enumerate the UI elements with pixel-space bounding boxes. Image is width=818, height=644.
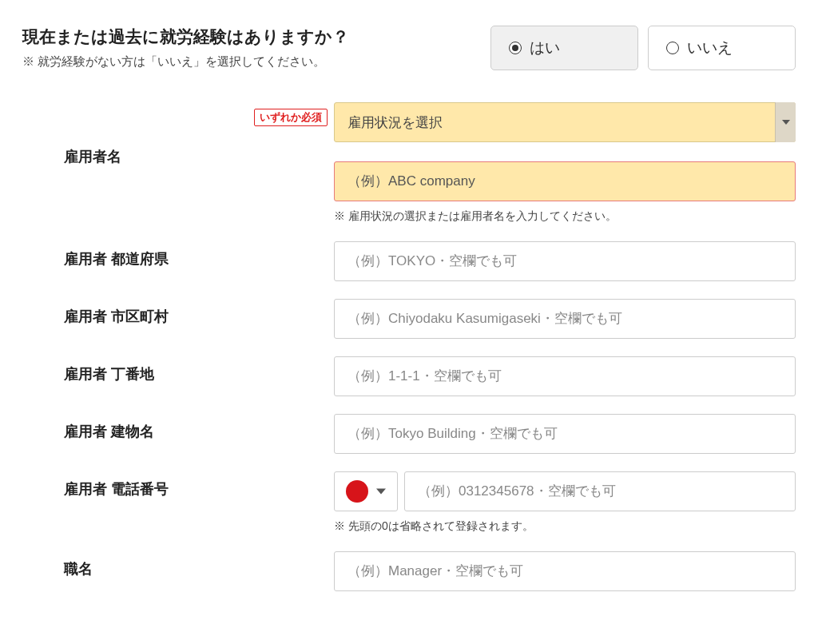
employer-name-input[interactable]	[334, 161, 796, 201]
radio-option-no[interactable]: いいえ	[648, 26, 796, 70]
prefecture-input[interactable]	[334, 241, 796, 281]
label-col: 雇用者名 いずれか必須	[22, 102, 334, 166]
yes-no-radio-group: はい いいえ	[490, 26, 796, 70]
label-city: 雇用者 市区町村	[64, 307, 169, 326]
field-col: 雇用状況を選択 ※ 雇用状況の選択または雇用者名を入力してください。	[334, 102, 796, 224]
field-col	[334, 299, 796, 339]
field-col	[334, 356, 796, 396]
employer-name-error-note: ※ 雇用状況の選択または雇用者名を入力してください。	[334, 209, 796, 224]
work-experience-question-row: 現在または過去に就労経験はありますか？ ※ 就労経験がない方は「いいえ」を選択し…	[22, 26, 796, 70]
radio-option-yes[interactable]: はい	[490, 26, 638, 70]
row-phone: 雇用者 電話番号 ※ 先頭の0は省略されて登録されます。	[22, 471, 796, 534]
row-city: 雇用者 市区町村	[22, 299, 796, 339]
label-job-title: 職名	[64, 559, 93, 578]
label-col: 雇用者 市区町村	[22, 299, 334, 326]
row-employer-name: 雇用者名 いずれか必須 雇用状況を選択 ※ 雇用状況の選択または雇用者名を入力し…	[22, 102, 796, 224]
label-prefecture: 雇用者 都道府県	[64, 249, 169, 268]
question-title: 現在または過去に就労経験はありますか？	[22, 26, 471, 48]
label-street: 雇用者 丁番地	[64, 364, 154, 384]
label-col: 職名	[22, 551, 334, 578]
radio-dot-icon	[666, 42, 679, 54]
row-job-title: 職名	[22, 551, 796, 591]
svg-marker-1	[376, 488, 386, 494]
chevron-down-icon	[376, 487, 386, 496]
japan-flag-icon	[346, 480, 368, 503]
street-input[interactable]	[334, 356, 796, 396]
radio-label-yes: はい	[530, 38, 560, 58]
field-col: ※ 先頭の0は省略されて登録されます。	[334, 471, 796, 534]
radio-dot-icon	[509, 42, 522, 54]
question-block: 現在または過去に就労経験はありますか？ ※ 就労経験がない方は「いいえ」を選択し…	[22, 26, 471, 70]
employment-status-select[interactable]: 雇用状況を選択	[334, 102, 796, 142]
required-badge: いずれか必須	[254, 109, 328, 126]
phone-input[interactable]	[404, 471, 796, 511]
job-title-input[interactable]	[334, 551, 796, 591]
question-note: ※ 就労経験がない方は「いいえ」を選択してください。	[22, 54, 471, 70]
phone-note: ※ 先頭の0は省略されて登録されます。	[334, 519, 796, 534]
label-col: 雇用者 丁番地	[22, 356, 334, 384]
radio-label-no: いいえ	[687, 38, 733, 58]
label-phone: 雇用者 電話番号	[64, 479, 169, 499]
label-col: 雇用者 建物名	[22, 414, 334, 441]
label-employer-name: 雇用者名	[64, 147, 121, 166]
label-col: 雇用者 電話番号	[22, 471, 334, 499]
city-input[interactable]	[334, 299, 796, 339]
row-building: 雇用者 建物名	[22, 414, 796, 454]
country-code-selector[interactable]	[334, 471, 398, 511]
label-col: 雇用者 都道府県	[22, 241, 334, 268]
row-prefecture: 雇用者 都道府県	[22, 241, 796, 281]
field-col	[334, 414, 796, 454]
field-col	[334, 551, 796, 591]
building-input[interactable]	[334, 414, 796, 454]
row-street: 雇用者 丁番地	[22, 356, 796, 396]
phone-input-wrap	[334, 471, 796, 511]
label-building: 雇用者 建物名	[64, 422, 154, 441]
field-col	[334, 241, 796, 281]
employment-status-select-wrap: 雇用状況を選択	[334, 102, 796, 142]
